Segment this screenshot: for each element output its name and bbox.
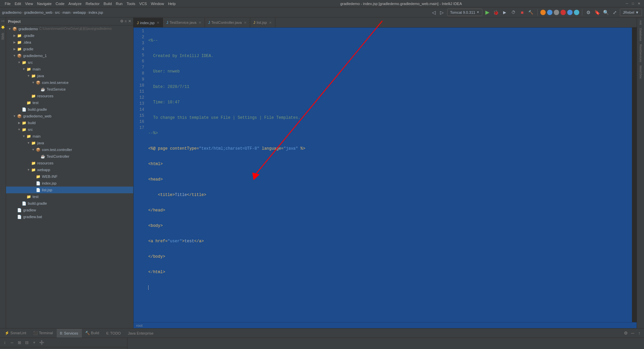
services-group-icon[interactable]: ⊞ [16,339,23,346]
tab-terminal[interactable]: ⬛ Terminal [30,329,56,338]
menu-build[interactable]: Build [102,1,114,6]
breadcrumb-part-4[interactable]: webapp [73,10,86,14]
menu-window[interactable]: Window [149,1,166,6]
forward-button[interactable]: ▷ [438,9,446,16]
menu-refactor[interactable]: Refactor [84,1,102,6]
debug-button[interactable]: 🐞 [492,9,500,16]
close-button[interactable]: ✕ [637,1,641,6]
tree-item-buildgradle-web[interactable]: 📄 build.gradle [6,200,133,207]
menu-navigate[interactable]: Navigate [35,1,53,6]
menu-view[interactable]: View [23,1,35,6]
tab-close-icon[interactable]: ✕ [157,21,159,24]
breadcrumb-part-5[interactable]: index.jsp [89,10,103,14]
tab-testcontroller-java[interactable]: J TestController.java ✕ [205,18,250,27]
tab-java-enterprise[interactable]: Java Enterprise [124,329,157,338]
tree-item-index-jsp[interactable]: 📄 index.jsp [6,180,133,187]
tab-close-icon[interactable]: ✕ [244,21,247,24]
jrebel-button[interactable]: JRebel ▼ [620,9,642,16]
tree-item-main-web[interactable]: ▼ 📁 main [6,133,133,140]
coverage-button[interactable]: ▶ [501,9,508,16]
settings-toolbar-button[interactable]: ⚙ [585,9,592,16]
left-icon-2[interactable]: ⭐ [0,24,5,31]
services-filter-icon[interactable]: ⊟ [23,339,30,346]
tree-item-gradle[interactable]: ▶ 📁 gradle [6,46,133,52]
tab-close-icon[interactable]: ✕ [199,21,201,24]
menu-file[interactable]: File [3,1,13,6]
project-settings-icon[interactable]: ⚙ [120,19,123,23]
tab-list-jsp[interactable]: J list.jsp ✕ [250,18,275,27]
tab-testservice-java[interactable]: J TestService.java ✕ [163,18,205,27]
menu-help[interactable]: Help [166,1,178,6]
breadcrumb-part-1[interactable]: gradledemo_web [24,10,52,14]
tree-item-buildgradle1[interactable]: 📄 build.gradle [6,106,133,113]
restore-panel-icon[interactable]: ↑ [636,330,643,337]
tree-item-gradledemo-web[interactable]: ▼ 📦 gradledemo_web [6,113,133,119]
tree-item-webinf[interactable]: 📁 WEB-INF [6,173,133,180]
tree-item-list-jsp[interactable]: 📄 list.jsp [6,187,133,193]
menu-vcs[interactable]: VCS [137,1,149,6]
editor-content[interactable]: 1 2 3 4 5 6 7 8 9 10 11 12 13 14 15 16 1… [133,28,637,322]
breadcrumb-part-0[interactable]: gradledemo [2,10,21,14]
tab-index-jsp[interactable]: J index.jsp ✕ [133,18,163,27]
settings-services-icon[interactable]: ⚙ [623,330,629,337]
tab-services[interactable]: 8: Services [57,329,82,338]
bookmark-button[interactable]: 🔖 [594,9,601,16]
back-button[interactable]: ◁ [430,9,438,16]
tree-item-gradledemo[interactable]: ▼ 📦 gradledemo C:\Users\nnweb\OneDrive\桌… [6,26,133,32]
tree-item-com-test-controller[interactable]: ▼ 📦 com.test.controller [6,146,133,153]
menu-tools[interactable]: Tools [124,1,137,6]
tree-item-test1[interactable]: 📁 test [6,99,133,106]
minimize-button[interactable]: ─ [625,1,629,6]
left-icon-1[interactable]: 1 [0,19,5,23]
menu-analyze[interactable]: Analyze [66,1,84,6]
services-plus-icon[interactable]: ➕ [38,339,45,346]
tree-item-testcontroller[interactable]: ☕ TestController [6,153,133,160]
left-icon-3[interactable]: Web [0,32,5,41]
breadcrumb-part-2[interactable]: src [55,10,60,14]
find-button[interactable]: 🔍 [602,9,610,16]
tree-item-test-web[interactable]: 📁 test [6,193,133,200]
right-icon-database[interactable]: Database [638,27,643,43]
tree-item-dotidea[interactable]: ▶ 📁 .idea [6,39,133,46]
breadcrumb-part-3[interactable]: main [62,10,70,14]
menu-code[interactable]: Code [54,1,66,6]
tree-item-src-web[interactable]: ▼ 📁 src [6,126,133,133]
hide-panel-icon[interactable]: ─ [629,330,636,337]
tab-build[interactable]: 🔨 Build [82,329,103,338]
build-button[interactable]: 🔨 [527,9,535,16]
tab-close-icon[interactable]: ✕ [269,21,272,24]
right-icon-rest[interactable]: RestServices [638,43,643,63]
run-button[interactable]: ▶ [484,9,491,16]
project-layout-icon[interactable]: ≡ [125,19,127,23]
menu-run[interactable]: Run [114,1,124,6]
project-close-icon[interactable]: ✕ [128,19,131,23]
tree-item-dotgradle[interactable]: ▶ 📁 .gradle [6,32,133,39]
tree-item-java1[interactable]: ▼ 📁 java [6,72,133,79]
tree-item-resources-web[interactable]: 📁 resources [6,160,133,166]
maximize-button[interactable]: □ [631,1,635,6]
editor-scrollbar[interactable] [632,28,637,322]
tree-item-resources1[interactable]: 📁 resources [6,93,133,99]
tree-item-gradledemo1[interactable]: ▼ 📦 gradledemo_1 [6,52,133,59]
tree-item-gradlew-bat[interactable]: 📄 gradlew.bat [6,213,133,220]
services-add-icon[interactable]: + [31,339,38,346]
services-expand-icon[interactable]: ↔ [9,339,15,346]
tree-item-src1[interactable]: ▼ 📁 src [6,59,133,66]
tab-sonarlint[interactable]: ⚡ SonarLint [1,329,30,338]
tree-item-java-web[interactable]: ▼ 📁 java [6,140,133,146]
stop-button[interactable]: ■ [519,9,526,16]
tab-todo[interactable]: 6: TODO [103,329,125,338]
menu-edit[interactable]: Edit [13,1,23,6]
tree-item-com-test-service[interactable]: ▼ 📦 com.test.service [6,79,133,86]
tree-item-webapp[interactable]: ▼ 📁 webapp [6,166,133,173]
code-editor[interactable]: <%-- Created by IntelliJ IDEA. User: nnw… [146,28,632,322]
run-config-selector[interactable]: Tomcat 9.0.311 ▼ [447,9,482,16]
profile-button[interactable]: ⏱ [510,9,517,16]
tree-item-build-folder[interactable]: ▶ 📁 build [6,119,133,126]
tree-item-testservice[interactable]: ☕ TestService [6,86,133,93]
right-icon-ant[interactable]: Ant [638,19,643,26]
right-icon-word[interactable]: Word Doc [638,64,643,80]
maximize-editor-button[interactable]: ⤢ [611,9,619,16]
tree-item-main1[interactable]: ▼ 📁 main [6,66,133,72]
services-collapse-icon[interactable]: ↕ [1,339,8,346]
